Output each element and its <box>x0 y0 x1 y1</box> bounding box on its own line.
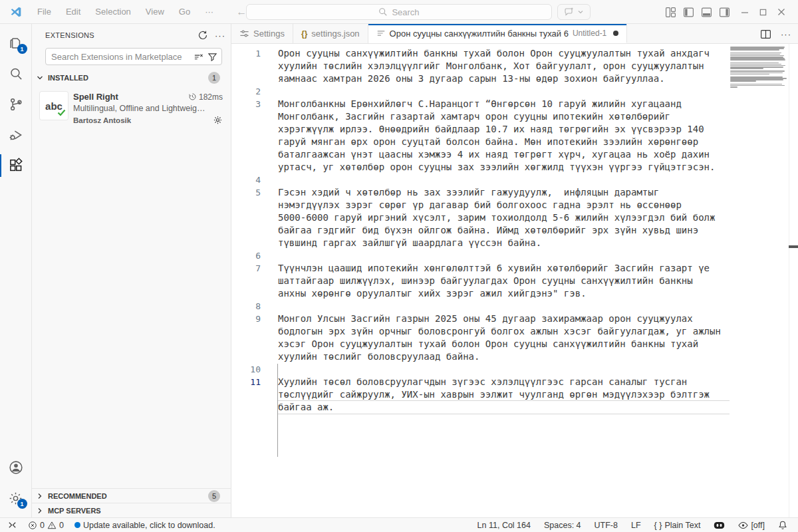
minimap[interactable] <box>730 47 789 88</box>
code-text-row[interactable]: нэмэгдүүлэх зэрэг сөрөг үр дагавар бий б… <box>278 199 730 211</box>
vscode-logo-icon <box>9 5 23 19</box>
code-text-row[interactable] <box>278 85 730 98</box>
code-text-row[interactable]: Монгол Улсын Засгийн газрын 2025 оны 45 … <box>278 313 730 325</box>
line-number[interactable]: 7 <box>231 262 278 300</box>
tab-settings-json[interactable]: {} settings.json <box>293 24 368 43</box>
spellright-status[interactable]: [off] <box>734 518 769 532</box>
line-number[interactable]: 11 <box>231 376 278 414</box>
toggle-secondary-sidebar-icon[interactable] <box>719 7 730 18</box>
copilot-chat-button[interactable] <box>557 4 591 20</box>
extension-gear-icon[interactable] <box>213 115 223 125</box>
mcp-section-header[interactable]: MCP SERVERS <box>32 503 231 517</box>
code-text-row[interactable]: Монголбанк, Засгийн газартай хамтарч оро… <box>278 110 730 123</box>
encoding[interactable]: UTF-8 <box>591 518 622 532</box>
line-number[interactable]: 4 <box>231 174 278 186</box>
customize-layout-icon[interactable] <box>665 7 676 18</box>
code-text-row[interactable]: хэрэгжүүлж ирлээ. Өнөөдрийн байдлаар 10.… <box>278 123 730 136</box>
toggle-panel-icon[interactable] <box>701 7 712 18</box>
modified-dot-icon[interactable] <box>613 31 618 36</box>
command-center-search[interactable]: Search <box>246 4 552 20</box>
copilot-status[interactable] <box>710 518 729 532</box>
minimize-icon[interactable] <box>740 7 749 17</box>
update-available[interactable]: Update available, click to download. <box>71 518 219 532</box>
menu-file[interactable]: File <box>32 4 57 19</box>
remote-indicator[interactable] <box>4 518 21 532</box>
code-text-row[interactable]: гаруй мянган өрх орон сууцтай болсон бай… <box>278 136 730 148</box>
installed-section-header[interactable]: INSTALLED 1 <box>32 70 231 85</box>
code-text-row[interactable]: Түүнчлэн цаашид ипотекийн хөнгөлөлттэй 6… <box>278 262 730 275</box>
cursor-position[interactable]: Ln 11, Col 164 <box>473 518 535 532</box>
code-text-row[interactable]: уртасч, уг хөтөлбөр орон сууцны зах зээл… <box>278 161 730 174</box>
code-text-row[interactable]: баталгаажсан үнэт цаасны хэмжээ 4 их ная… <box>278 148 730 161</box>
toggle-primary-sidebar-icon[interactable] <box>683 7 694 18</box>
menu-edit[interactable]: Edit <box>61 4 86 19</box>
sidebar-more-icon[interactable]: ··· <box>215 31 225 41</box>
code-text-row[interactable]: байгаа аж. <box>278 401 730 414</box>
language-mode[interactable]: { } Plain Text <box>650 518 705 532</box>
back-arrow-icon[interactable]: ← <box>236 6 247 18</box>
code-text-row[interactable]: бодлогын эрх зүйн орчныг боловсронгуй бо… <box>278 325 730 338</box>
manage-gear-icon[interactable]: 1 <box>0 483 32 513</box>
extension-list-item[interactable]: abc Spell Right 182ms Multilingual, Offl… <box>32 85 231 132</box>
code-text-row[interactable]: Гэсэн хэдий ч хөтөлбөр нь зах зээлийг га… <box>278 186 730 199</box>
menu-selection[interactable]: Selection <box>90 4 136 19</box>
editor-more-icon[interactable]: ··· <box>781 29 791 39</box>
maximize-icon[interactable] <box>759 8 767 17</box>
code-text-row[interactable]: яамнаас хамтран 2026 оны 3 дугаар сарын … <box>278 72 730 85</box>
chevron-down-icon <box>577 9 584 15</box>
code-text-row[interactable]: Орон сууцны санхүүжилтийн банкны тухай б… <box>278 47 730 60</box>
extensions-search-input[interactable] <box>51 52 190 62</box>
code-text-row[interactable]: байгаа гэдгийг бид бүхэн ойлгож байна. И… <box>278 224 730 237</box>
menu-more[interactable]: ··· <box>200 4 219 19</box>
extensions-view-icon[interactable] <box>0 150 32 181</box>
filter-list-icon[interactable] <box>194 52 203 62</box>
run-debug-icon[interactable] <box>0 120 32 150</box>
code-text-row[interactable]: төслүүдийг сайжруулж, УИХ-ын хаврын ээлж… <box>278 388 730 401</box>
code-text-row[interactable] <box>278 174 730 186</box>
line-number[interactable]: 2 <box>231 85 278 98</box>
recommended-section-header[interactable]: RECOMMENDED 5 <box>32 488 231 503</box>
overview-ruler[interactable] <box>789 44 798 517</box>
refresh-icon[interactable] <box>198 30 208 41</box>
eol-selector[interactable]: LF <box>627 518 645 532</box>
line-number[interactable]: 8 <box>231 300 278 313</box>
code-text-row[interactable]: хэсэг Орон сууцжуулалтын тухай болон Оро… <box>278 338 730 350</box>
search-view-icon[interactable] <box>0 59 32 89</box>
line-number[interactable]: 6 <box>231 249 278 262</box>
split-editor-icon[interactable] <box>760 29 771 40</box>
code-text-row[interactable]: Хуулийн төсөл боловсруулагчдын зүгээс хэ… <box>278 376 730 388</box>
code-text-row[interactable] <box>278 363 730 376</box>
extensions-search-box[interactable] <box>45 48 222 65</box>
line-number[interactable]: 10 <box>231 363 278 376</box>
code-text-row[interactable]: Монголбанкны Ерөнхийлөгч С.Наранцогт “Өн… <box>278 98 730 110</box>
minimap-row <box>730 53 781 54</box>
problems-indicator[interactable]: 0 0 <box>25 518 67 532</box>
menu-view[interactable]: View <box>140 4 170 19</box>
explorer-icon[interactable]: 1 <box>0 28 32 59</box>
code-text-row[interactable]: түвшинд гаргах зайлшгүй шаардлага үүссэн… <box>278 237 730 249</box>
accounts-icon[interactable] <box>0 452 32 483</box>
code-text-row[interactable]: анхны хөрөнгө оруулалтыг хийх зэрэг ажил… <box>278 287 730 300</box>
minimap-row <box>730 70 785 72</box>
recommended-label: RECOMMENDED <box>48 492 205 500</box>
editor[interactable]: 1Орон сууцны санхүүжилтийн банкны тухай … <box>231 44 798 517</box>
code-text-row[interactable]: шаттайгаар шилжүүлэх, шинээр байгуулагда… <box>278 275 730 287</box>
code-text-row[interactable]: хуулийн төслийн хэлэлцүүлгийг Монголбанк… <box>278 60 730 72</box>
indentation[interactable]: Spaces: 4 <box>540 518 585 532</box>
line-number[interactable]: 5 <box>231 186 278 249</box>
code-text-row[interactable]: 5000-6000 гаруй иргэний хүсэлт, зарим то… <box>278 211 730 224</box>
tab-settings[interactable]: Settings <box>231 24 293 43</box>
code-text-row[interactable] <box>278 249 730 262</box>
menu-go[interactable]: Go <box>174 4 196 19</box>
close-icon[interactable] <box>777 7 786 17</box>
line-number[interactable]: 9 <box>231 313 278 363</box>
tab-untitled-1[interactable]: Орон сууцны санхүүжилтийн банкны тухай 6… <box>368 24 628 43</box>
line-number[interactable]: 1 <box>231 47 278 85</box>
source-control-icon[interactable] <box>0 89 32 120</box>
code-text-row[interactable]: хуулийн төслийг боловсруулаад байна. <box>278 350 730 363</box>
notifications-bell[interactable] <box>774 518 791 532</box>
filter-funnel-icon[interactable] <box>207 52 217 62</box>
copilot-icon <box>714 521 725 530</box>
code-text-row[interactable] <box>278 300 730 313</box>
line-number[interactable]: 3 <box>231 98 278 174</box>
